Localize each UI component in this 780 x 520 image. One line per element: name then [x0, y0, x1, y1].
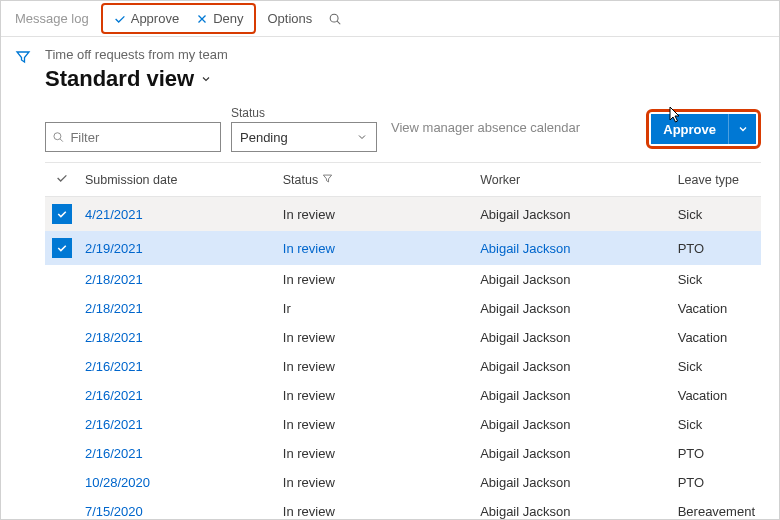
- filter-input[interactable]: [70, 130, 214, 145]
- row-checkbox[interactable]: [45, 439, 79, 468]
- row-checkbox[interactable]: [45, 497, 79, 519]
- filter-input-wrap[interactable]: [45, 122, 221, 152]
- cell-leave-type: Vacation: [672, 323, 761, 352]
- row-checkbox[interactable]: [45, 468, 79, 497]
- col-submission[interactable]: Submission date: [79, 163, 277, 197]
- top-toolbar: Message log Approve Deny Options: [1, 1, 779, 37]
- approve-button-highlight: Approve: [646, 109, 761, 149]
- table-row[interactable]: 2/18/2021In reviewAbigail JacksonSick: [45, 265, 761, 294]
- table-row[interactable]: 2/16/2021In reviewAbigail JacksonPTO: [45, 439, 761, 468]
- approve-button[interactable]: Approve: [651, 114, 728, 144]
- calendar-link[interactable]: View manager absence calendar: [391, 120, 580, 139]
- x-icon: [195, 12, 209, 26]
- svg-point-1: [54, 133, 61, 140]
- cell-status: In review: [277, 468, 474, 497]
- row-checkbox[interactable]: [45, 323, 79, 352]
- approve-toolbar-button[interactable]: Approve: [105, 7, 187, 30]
- cell-status: In review: [277, 439, 474, 468]
- cell-status: In review: [277, 231, 474, 265]
- row-checkbox[interactable]: [45, 231, 79, 265]
- breadcrumb: Time off requests from my team: [45, 47, 761, 62]
- row-checkbox[interactable]: [45, 294, 79, 323]
- cell-status: In review: [277, 352, 474, 381]
- cell-submission-date[interactable]: 2/16/2021: [79, 352, 277, 381]
- table-row[interactable]: 10/28/2020In reviewAbigail JacksonPTO: [45, 468, 761, 497]
- row-checkbox[interactable]: [45, 381, 79, 410]
- search-icon: [328, 12, 342, 26]
- cell-leave-type: Sick: [672, 410, 761, 439]
- cell-submission-date[interactable]: 4/21/2021: [79, 197, 277, 232]
- status-value: Pending: [240, 130, 288, 145]
- view-title[interactable]: Standard view: [45, 66, 761, 92]
- cell-submission-date[interactable]: 2/18/2021: [79, 265, 277, 294]
- svg-point-0: [331, 14, 339, 22]
- col-worker[interactable]: Worker: [474, 163, 672, 197]
- filter-funnel-icon[interactable]: [15, 49, 31, 65]
- requests-table: Submission date Status Worker Leave type…: [45, 162, 761, 519]
- cell-worker: Abigail Jackson: [474, 381, 672, 410]
- cell-submission-date[interactable]: 10/28/2020: [79, 468, 277, 497]
- cell-status: In review: [277, 410, 474, 439]
- col-leave[interactable]: Leave type: [672, 163, 761, 197]
- cell-submission-date[interactable]: 2/18/2021: [79, 294, 277, 323]
- message-log-label: Message log: [15, 11, 89, 26]
- cell-leave-type: Sick: [672, 197, 761, 232]
- table-row[interactable]: 2/16/2021In reviewAbigail JacksonVacatio…: [45, 381, 761, 410]
- select-all-header[interactable]: [45, 163, 79, 197]
- table-row[interactable]: 2/18/2021IrAbigail JacksonVacation: [45, 294, 761, 323]
- message-log-tab[interactable]: Message log: [7, 7, 97, 30]
- table-header-row: Submission date Status Worker Leave type: [45, 163, 761, 197]
- row-checkbox[interactable]: [45, 197, 79, 232]
- cell-submission-date[interactable]: 7/15/2020: [79, 497, 277, 519]
- chevron-down-icon: [200, 73, 212, 85]
- table-row[interactable]: 7/15/2020In reviewAbigail JacksonBereave…: [45, 497, 761, 519]
- cell-status: In review: [277, 265, 474, 294]
- col-status[interactable]: Status: [277, 163, 474, 197]
- cell-status: In review: [277, 497, 474, 519]
- cell-leave-type: Bereavement: [672, 497, 761, 519]
- cell-submission-date[interactable]: 2/16/2021: [79, 439, 277, 468]
- cell-worker: Abigail Jackson: [474, 231, 672, 265]
- cell-leave-type: PTO: [672, 439, 761, 468]
- row-checkbox[interactable]: [45, 352, 79, 381]
- table-row[interactable]: 2/16/2021In reviewAbigail JacksonSick: [45, 410, 761, 439]
- approve-dropdown[interactable]: [728, 114, 756, 144]
- options-toolbar-button[interactable]: Options: [260, 7, 321, 30]
- search-toolbar-button[interactable]: [320, 8, 350, 30]
- chevron-down-icon: [356, 131, 368, 143]
- cell-leave-type: Sick: [672, 352, 761, 381]
- cell-worker: Abigail Jackson: [474, 323, 672, 352]
- cell-submission-date[interactable]: 2/18/2021: [79, 323, 277, 352]
- row-checkbox[interactable]: [45, 410, 79, 439]
- controls-row: Status Pending View manager absence cale…: [45, 106, 761, 152]
- cell-submission-date[interactable]: 2/19/2021: [79, 231, 277, 265]
- options-label: Options: [268, 11, 313, 26]
- deny-toolbar-button[interactable]: Deny: [187, 7, 251, 30]
- col-status-label: Status: [283, 173, 318, 187]
- row-checkbox[interactable]: [45, 265, 79, 294]
- approve-deny-highlight: Approve Deny: [101, 3, 256, 34]
- cell-leave-type: PTO: [672, 468, 761, 497]
- cell-submission-date[interactable]: 2/16/2021: [79, 410, 277, 439]
- cell-status: In review: [277, 323, 474, 352]
- cell-leave-type: Vacation: [672, 381, 761, 410]
- cell-status: In review: [277, 197, 474, 232]
- cell-worker: Abigail Jackson: [474, 352, 672, 381]
- table-row[interactable]: 2/16/2021In reviewAbigail JacksonSick: [45, 352, 761, 381]
- cell-worker: Abigail Jackson: [474, 439, 672, 468]
- filter-funnel-icon: [322, 173, 333, 184]
- cell-leave-type: PTO: [672, 231, 761, 265]
- search-icon: [52, 130, 64, 144]
- left-gutter: [1, 37, 45, 519]
- cell-worker: Abigail Jackson: [474, 197, 672, 232]
- main-content: Time off requests from my team Standard …: [45, 37, 779, 519]
- cell-submission-date[interactable]: 2/16/2021: [79, 381, 277, 410]
- approve-label: Approve: [131, 11, 179, 26]
- view-title-text: Standard view: [45, 66, 194, 92]
- check-icon: [113, 12, 127, 26]
- status-select[interactable]: Pending: [231, 122, 377, 152]
- table-row[interactable]: 4/21/2021In reviewAbigail JacksonSick: [45, 197, 761, 232]
- cell-worker: Abigail Jackson: [474, 468, 672, 497]
- table-row[interactable]: 2/19/2021In reviewAbigail JacksonPTO: [45, 231, 761, 265]
- table-row[interactable]: 2/18/2021In reviewAbigail JacksonVacatio…: [45, 323, 761, 352]
